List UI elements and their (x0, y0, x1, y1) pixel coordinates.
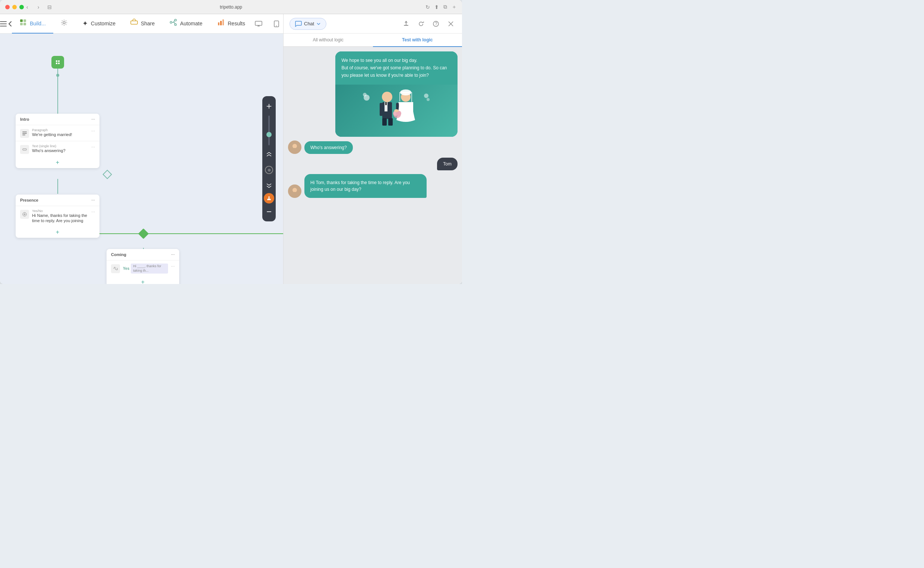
nav-back-button[interactable] (8, 17, 12, 30)
coming-yes-more[interactable]: ··· (171, 263, 175, 269)
tab-all-logic[interactable]: All without logic (283, 33, 373, 47)
coming-title: Coming (111, 252, 126, 257)
svg-rect-29 (23, 133, 27, 134)
minimize-dot[interactable] (12, 5, 17, 9)
svg-rect-30 (23, 134, 25, 135)
coming-yes-item: Yes Hi ____, thanks for taking th... ··· (107, 260, 179, 276)
text-label: Text (single line) (32, 144, 88, 148)
upload-icon[interactable]: ⬆ (434, 4, 439, 10)
customize-label: Customize (91, 21, 116, 26)
intro-text-content: Text (single line) Who's answering? (32, 144, 88, 153)
tablet-view-icon[interactable] (270, 18, 282, 30)
wedding-text: We hope to see you all on our big day.Bu… (335, 51, 458, 85)
svg-rect-5 (24, 20, 26, 22)
svg-text:?: ? (435, 21, 437, 26)
nav-customize[interactable]: ✦ Customize (75, 14, 123, 33)
chat-mode-button[interactable]: Chat (289, 18, 326, 30)
nav-build[interactable]: Build... (12, 14, 53, 33)
presence-yesno-more[interactable]: ··· (91, 209, 95, 214)
back-button[interactable]: ‹ (23, 3, 32, 11)
intro-more[interactable]: ··· (91, 117, 95, 122)
desktop-view-icon[interactable] (253, 18, 265, 30)
sidebar-toggle[interactable]: ⊟ (45, 3, 54, 11)
hi-tom-text: Hi Tom, thanks for taking the time to re… (311, 180, 410, 192)
hamburger-menu[interactable] (0, 14, 7, 33)
chat-toolbar-actions: ? (401, 19, 456, 29)
coming-yes-text: Hi ____, thanks for taking th... (131, 263, 168, 273)
chat-close-icon[interactable] (446, 19, 456, 29)
coming-add-btn[interactable]: + (107, 276, 179, 284)
presence-header: Presence ··· (16, 195, 99, 206)
presence-yesno-content: Yes/No Hi Name, thanks for taking the ti… (32, 209, 88, 224)
who-answering-row: Who's answering? (288, 140, 458, 154)
refresh-icon[interactable]: ↻ (425, 4, 430, 10)
results-icon (217, 19, 225, 28)
build-label: Build... (30, 21, 46, 26)
intro-text-item: Text (single line) Who's answering? ··· (16, 141, 99, 157)
titlebar: ‹ › ⊟ tripetto.app ↻ ⬆ ⧉ ＋ (0, 0, 462, 14)
copy-icon[interactable]: ⧉ (443, 4, 447, 10)
bot-avatar-who (288, 140, 301, 154)
chat-upload-icon[interactable] (401, 19, 412, 29)
presence-yesno-text: Hi Name, thanks for taking the time to r… (32, 213, 88, 224)
tom-response-text: Tom (443, 162, 452, 166)
svg-rect-49 (380, 103, 383, 116)
close-dot[interactable] (5, 5, 10, 9)
svg-rect-52 (388, 118, 393, 125)
chat-refresh-icon[interactable] (416, 19, 426, 29)
tab-test-logic[interactable]: Test with logic (373, 33, 462, 47)
paragraph-label: Paragraph (32, 128, 88, 132)
presence-node: Presence ··· Yes/No Hi Name, thanks for … (16, 195, 99, 238)
svg-point-10 (175, 20, 176, 21)
svg-rect-8 (131, 21, 137, 24)
intro-paragraph-content: Paragraph We're getting married! (32, 128, 88, 137)
zoom-add-btn[interactable]: ＋ (262, 99, 276, 113)
intro-text-more[interactable]: ··· (91, 144, 95, 150)
nav-results[interactable]: Results (210, 14, 253, 33)
intro-paragraph-more[interactable]: ··· (91, 128, 95, 133)
svg-point-7 (63, 22, 65, 24)
presence-more[interactable]: ··· (91, 198, 95, 203)
coming-more[interactable]: ··· (171, 252, 175, 257)
zoom-center-btn[interactable]: ⊕ (262, 163, 276, 177)
svg-rect-59 (410, 102, 413, 113)
intro-diamond (102, 169, 112, 179)
zoom-minus-btn[interactable]: − (262, 205, 276, 218)
app-window: ‹ › ⊟ tripetto.app ↻ ⬆ ⧉ ＋ (0, 0, 462, 284)
chat-help-icon[interactable]: ? (431, 19, 441, 29)
nav-share[interactable]: Share (123, 14, 162, 33)
svg-rect-2 (0, 26, 7, 26)
forward-button[interactable]: › (33, 3, 43, 11)
svg-point-17 (276, 25, 277, 26)
branch-diamond-left (138, 228, 149, 239)
tab-bar: All without logic Test with logic (283, 33, 462, 47)
svg-rect-31 (23, 149, 26, 150)
svg-rect-12 (218, 23, 219, 25)
new-tab-icon[interactable]: ＋ (452, 4, 457, 11)
intro-add-btn[interactable]: + (16, 157, 99, 168)
svg-point-43 (424, 94, 428, 98)
zoom-down-btn[interactable] (262, 178, 276, 192)
presence-yesno-item: Yes/No Hi Name, thanks for taking the ti… (16, 206, 99, 227)
zoom-up-btn[interactable] (262, 148, 276, 162)
zoom-thumb (267, 132, 271, 137)
nav-settings[interactable] (53, 14, 75, 33)
chat-messages: We hope to see you all on our big day.Bu… (283, 47, 462, 284)
share-label: Share (141, 21, 155, 26)
svg-point-9 (170, 22, 172, 24)
svg-rect-0 (0, 21, 7, 22)
text-text: Who's answering? (32, 148, 88, 153)
nav-automate[interactable]: Automate (162, 14, 210, 33)
svg-rect-51 (382, 118, 387, 125)
zoom-action-btn[interactable] (264, 193, 274, 204)
presence-add-btn[interactable]: + (16, 227, 99, 238)
svg-point-63 (394, 109, 399, 112)
results-label: Results (228, 21, 245, 26)
svg-rect-28 (23, 131, 27, 132)
paragraph-icon (20, 129, 29, 138)
tom-response-bubble: Tom (437, 158, 458, 170)
build-icon (20, 19, 27, 28)
svg-rect-4 (20, 23, 23, 25)
start-node (51, 56, 64, 77)
top-nav: Build... ✦ Customize Share (0, 14, 283, 33)
